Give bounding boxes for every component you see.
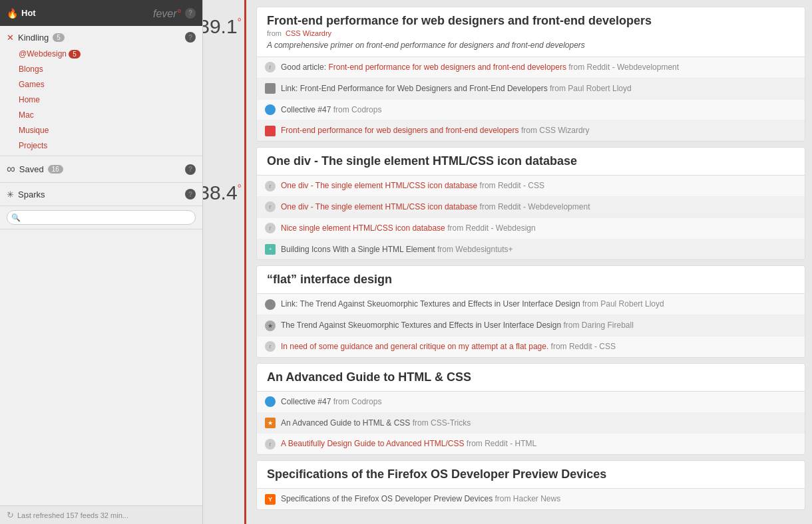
hot-nav-item[interactable]: 🔥 Hot [7, 8, 36, 19]
subitem-musique[interactable]: Musique [0, 122, 202, 138]
games-link[interactable]: Games [19, 80, 45, 89]
feed-area: Front-end performance for web designers … [250, 0, 812, 524]
temperature-column: 39.1° 38.4° [203, 0, 250, 524]
item-icon-paul-2-0 [265, 299, 276, 310]
item-icon-reddit-2-2: r [265, 341, 276, 352]
feed-items-4: Y Specifications of the Firefox OS Devel… [256, 488, 805, 510]
subitem-mac[interactable]: Mac [0, 107, 202, 122]
kindling-help-button[interactable]: ? [185, 32, 196, 43]
item-text-0-2: Collective #47 from Codrops [281, 104, 381, 116]
help-button[interactable]: ? [185, 8, 196, 19]
feed-item-3-0[interactable]: Collective #47 from Codrops [257, 392, 805, 413]
search-wrap: 🔍 [7, 210, 196, 225]
subitem-webdesign[interactable]: @Webdesign 5 [0, 46, 202, 61]
item-text-0-0: Good article: Front-end performance for … [281, 62, 679, 73]
feed-items-2: Link: The Trend Against Skeuomorphic Tex… [256, 293, 805, 357]
saved-section: ∞ Saved 16 ? [0, 156, 202, 183]
sparks-header[interactable]: ✳ Sparks ? [0, 186, 202, 203]
spacer-1 [203, 37, 250, 183]
vertical-red-line [244, 0, 246, 524]
kindling-section: ✕ Kindling 5 ? @Webdesign 5 Blongs Games… [0, 26, 202, 156]
item-text-3-2: A Beautifully Design Guide to Advanced H… [281, 438, 536, 450]
saved-icon: ∞ [7, 162, 15, 176]
subitem-projects[interactable]: Projects [0, 138, 202, 153]
webdesign-link[interactable]: @Webdesign 5 [19, 49, 81, 59]
flame-icon: 🔥 [7, 8, 18, 19]
topic-header-0: Front-end performance for web designers … [256, 7, 805, 57]
topic-source-link-0[interactable]: CSS Wizardry [286, 29, 331, 37]
status-bar: ↻ Last refreshed 157 feeds 32 min... [0, 505, 202, 524]
topic-header-3: An Advanced Guide to HTML & CSS [256, 363, 805, 391]
item-icon-codrops-3-0 [265, 396, 276, 407]
item-icon-codrops-0 [265, 104, 276, 115]
saved-header[interactable]: ∞ Saved 16 ? [0, 159, 202, 180]
feed-item-1-3[interactable]: + Building Icons With a Single HTML Elem… [257, 239, 805, 260]
topic-group-2: “flat” interface design Link: The Trend … [256, 265, 805, 357]
musique-link[interactable]: Musique [19, 126, 49, 135]
feed-items-1: r One div - The single element HTML/CSS … [256, 175, 805, 260]
kindling-badge: 5 [53, 33, 65, 42]
temp-384-container: 38.4° [203, 183, 250, 203]
feed-item-0-1[interactable]: Link: Front-End Performance for Web Desi… [257, 78, 805, 100]
blongs-link[interactable]: Blongs [19, 65, 43, 74]
saved-badge: 16 [48, 165, 63, 174]
kindling-subitems: @Webdesign 5 Blongs Games Home Mac Musiq… [0, 46, 202, 153]
topic-description-0: A comprehensive primer on front-end perf… [267, 41, 795, 50]
feed-item-4-0[interactable]: Y Specifications of the Firefox OS Devel… [257, 489, 805, 509]
feed-item-2-2[interactable]: r In need of some guidance and general c… [257, 336, 805, 357]
search-input[interactable] [7, 210, 196, 225]
feed-item-0-0[interactable]: r Good article: Front-end performance fo… [257, 57, 805, 78]
topic-title-1: One div - The single element HTML/CSS ic… [267, 154, 795, 168]
item-icon-reddit-1-1: r [265, 201, 276, 212]
topic-header-1: One div - The single element HTML/CSS ic… [256, 147, 805, 175]
home-link[interactable]: Home [19, 95, 40, 104]
topic-title-2: “flat” interface design [267, 273, 795, 287]
item-icon-reddit-1-2: r [265, 223, 276, 233]
main-content: 39.1° 38.4° Front-end performance for we… [203, 0, 812, 524]
feed-item-1-2[interactable]: r Nice single element HTML/CSS icon data… [257, 218, 805, 239]
saved-help-button[interactable]: ? [185, 164, 196, 175]
search-bar: 🔍 [0, 206, 202, 229]
item-text-3-1: An Advanced Guide to HTML & CSS from CSS… [281, 418, 471, 429]
sparks-section: ✳ Sparks ? [0, 183, 202, 206]
feed-item-0-3[interactable]: Front-end performance for web designers … [257, 120, 805, 141]
item-text-1-1: One div - The single element HTML/CSS ic… [281, 201, 590, 213]
subitem-games[interactable]: Games [0, 76, 202, 92]
projects-link[interactable]: Projects [19, 141, 47, 150]
refresh-icon: ↻ [7, 510, 14, 520]
feed-items-0: r Good article: Front-end performance fo… [256, 57, 805, 142]
item-text-2-1: The Trend Against Skeuomorphic Textures … [281, 320, 634, 331]
item-text-0-3: Front-end performance for web designers … [281, 125, 590, 136]
temp-391: 39.1° [203, 17, 242, 37]
subitem-home[interactable]: Home [0, 92, 202, 107]
feed-item-0-2[interactable]: Collective #47 from Codrops [257, 100, 805, 121]
item-text-0-1: Link: Front-End Performance for Web Desi… [281, 83, 632, 94]
item-icon-paul-0 [265, 83, 276, 94]
feed-item-2-1[interactable]: ★ The Trend Against Skeuomorphic Texture… [257, 315, 805, 336]
item-icon-reddit-1-0: r [265, 181, 276, 192]
item-icon-reddit-0: r [265, 62, 276, 72]
feed-item-3-1[interactable]: ★ An Advanced Guide to HTML & CSS from C… [257, 413, 805, 434]
item-icon-webdesigntuts-1-3: + [265, 244, 276, 255]
topic-group-1: One div - The single element HTML/CSS ic… [256, 147, 805, 260]
feed-item-2-0[interactable]: Link: The Trend Against Skeuomorphic Tex… [257, 294, 805, 315]
topic-title-3: An Advanced Guide to HTML & CSS [267, 370, 795, 384]
feed-item-3-2[interactable]: r A Beautifully Design Guide to Advanced… [257, 434, 805, 454]
item-text-2-0: Link: The Trend Against Skeuomorphic Tex… [281, 299, 664, 310]
search-icon: 🔍 [11, 213, 21, 222]
feed-item-1-1[interactable]: r One div - The single element HTML/CSS … [257, 197, 805, 218]
sparks-help-button[interactable]: ? [185, 189, 196, 199]
kindling-header[interactable]: ✕ Kindling 5 ? [0, 29, 202, 46]
sparks-icon: ✳ [7, 190, 14, 199]
sparks-label: Sparks [18, 190, 45, 199]
fever-logo: fever° [153, 5, 181, 21]
mac-link[interactable]: Mac [19, 110, 34, 120]
feed-item-1-0[interactable]: r One div - The single element HTML/CSS … [257, 176, 805, 197]
item-icon-csstricks-3-1: ★ [265, 418, 276, 428]
item-text-3-0: Collective #47 from Codrops [281, 396, 381, 408]
item-icon-daring-2-1: ★ [265, 321, 276, 331]
saved-label: Saved [19, 164, 44, 174]
topic-header-2: “flat” interface design [256, 265, 805, 293]
subitem-blongs[interactable]: Blongs [0, 61, 202, 76]
topic-group-0: Front-end performance for web designers … [256, 7, 805, 142]
